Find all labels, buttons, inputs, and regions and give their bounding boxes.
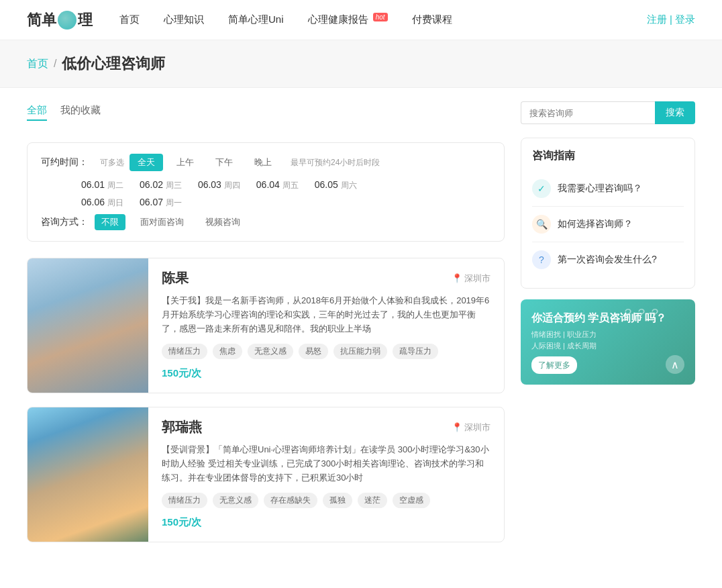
consultant-photo-0 (28, 258, 148, 393)
date-0601[interactable]: 06.01 周二 (81, 179, 123, 191)
consultant-tag-1-1: 无意义感 (213, 493, 258, 508)
time-tag-evening[interactable]: 晚上 (246, 154, 280, 171)
consultant-tag-0-3: 易怒 (299, 344, 328, 359)
consultant-location-0: 📍 深圳市 (452, 273, 491, 285)
consultant-header-0: 陈果 📍 深圳市 (162, 269, 491, 287)
time-tag-morning[interactable]: 上午 (168, 154, 202, 171)
guide-item-1[interactable]: 🔍 如何选择咨询师？ (532, 207, 684, 242)
logo-text-right: 理 (78, 10, 93, 30)
consultant-card-1[interactable]: 郭瑞燕 📍 深圳市 【受训背景】「简单心理Uni·心理咨询师培养计划」在读学员 … (27, 407, 505, 542)
time-filter-label: 可约时间： (41, 156, 88, 168)
breadcrumb: 首页 / 低价心理咨询师 (27, 54, 695, 74)
right-sidebar: 搜索 咨询指南 ✓ 我需要心理咨询吗？ 🔍 如何选择咨询师？ ? 第一次咨询会发… (521, 101, 695, 556)
dates-container: 06.01 周二 06.02 周三 06.03 周四 06.04 周五 (81, 179, 491, 209)
breadcrumb-current: 低价心理咨询师 (62, 54, 165, 74)
tabs: 全部 我的收藏 (27, 101, 101, 121)
date-0603[interactable]: 06.03 周四 (198, 179, 240, 191)
question-marks-decoration: ？？？ (621, 305, 662, 323)
consultant-name-1: 郭瑞燕 (162, 418, 202, 436)
consultant-tags-1: 情绪压力 无意义感 存在感缺失 孤独 迷茫 空虚感 (162, 493, 491, 508)
guide-label-0: 我需要心理咨询吗？ (558, 183, 642, 195)
consultant-location-1: 📍 深圳市 (452, 422, 491, 434)
consultant-header-1: 郭瑞燕 📍 深圳市 (162, 418, 491, 436)
guide-icon-0: ✓ (532, 179, 551, 198)
consultant-info-1: 郭瑞燕 📍 深圳市 【受训背景】「简单心理Uni·心理咨询师培养计划」在读学员 … (148, 407, 504, 542)
tab-favorites[interactable]: 我的收藏 (60, 101, 101, 121)
nav-links: 首页 心理知识 简单心理Uni 心理健康报告 hot 付费课程 (119, 13, 647, 26)
location-pin-icon-1: 📍 (452, 422, 462, 432)
nav-link-home[interactable]: 首页 (119, 13, 140, 26)
search-input[interactable] (521, 101, 655, 124)
consultant-tag-0-0: 情绪压力 (162, 344, 207, 359)
consultant-desc-0: 【关于我】我是一名新手咨询师，从2018年6月开始做个人体验和自我成长，2019… (162, 294, 491, 336)
consultant-price-1: 150元/次 (162, 516, 491, 529)
location-pin-icon-0: 📍 (452, 273, 462, 283)
guide-label-1: 如何选择咨询师？ (558, 218, 633, 230)
earliest-hint: 最早可预约24小时后时段 (291, 157, 380, 168)
promo-subtitle-2: 人际困境 | 成长周期 (531, 340, 666, 352)
consultant-tag-0-2: 无意义感 (248, 344, 293, 359)
logo-icon (58, 11, 76, 30)
promo-subtitle-1: 情绪困扰 | 职业压力 (531, 329, 666, 340)
method-filter-row: 咨询方式： 不限 面对面咨询 视频咨询 (41, 214, 491, 230)
guide-title: 咨询指南 (532, 149, 684, 163)
left-content: 全部 我的收藏 可约时间： 可多选 全天 上午 下午 晚上 最早可预约24小时后… (27, 101, 505, 556)
consultant-info-0: 陈果 📍 深圳市 【关于我】我是一名新手咨询师，从2018年6月开始做个人体验和… (148, 258, 504, 393)
nav-link-report[interactable]: 心理健康报告 hot (308, 13, 388, 26)
scroll-up-button[interactable]: ∧ (666, 355, 684, 374)
promo-learn-more[interactable]: 了解更多 (531, 356, 577, 374)
consultant-tags-0: 情绪压力 焦虑 无意义感 易怒 抗压能力弱 疏导压力 (162, 344, 491, 359)
time-tag-full-day[interactable]: 全天 (130, 154, 163, 171)
consultant-desc-1: 【受训背景】「简单心理Uni·心理咨询师培养计划」在读学员 300小时理论学习&… (162, 443, 491, 485)
navbar: 简单 理 首页 心理知识 简单心理Uni 心理健康报告 hot 付费课程 注册 … (0, 0, 722, 40)
guide-label-2: 第一次咨询会发生什么? (558, 254, 657, 266)
consultant-photo-1 (28, 407, 148, 542)
time-tags: 全天 上午 下午 晚上 (130, 154, 280, 171)
date-0605[interactable]: 06.05 周六 (315, 179, 357, 191)
consultant-tag-1-0: 情绪压力 (162, 493, 207, 508)
guide-box: 咨询指南 ✓ 我需要心理咨询吗？ 🔍 如何选择咨询师？ ? 第一次咨询会发生什么… (521, 138, 695, 289)
guide-icon-1: 🔍 (532, 215, 551, 234)
hot-badge: hot (373, 13, 388, 21)
consultant-tag-0-5: 疏导压力 (393, 344, 438, 359)
logo[interactable]: 简单 理 (27, 10, 93, 30)
method-tag-face[interactable]: 面对面咨询 (134, 214, 191, 230)
dates-line-2: 06.06 周日 06.07 周一 (81, 197, 491, 209)
method-filter-label: 咨询方式： (41, 216, 88, 228)
dates-line-1: 06.01 周二 06.02 周三 06.03 周四 06.04 周五 (81, 179, 491, 191)
consultant-tag-0-4: 抗压能力弱 (333, 344, 387, 359)
auth-link[interactable]: 注册 | 登录 (647, 13, 695, 26)
main-container: 全部 我的收藏 可约时间： 可多选 全天 上午 下午 晚上 最早可预约24小时后… (0, 88, 722, 569)
consultant-tag-1-5: 空虚感 (393, 493, 430, 508)
date-0607[interactable]: 06.07 周一 (140, 197, 182, 209)
breadcrumb-bar: 首页 / 低价心理咨询师 (0, 40, 722, 88)
filter-box: 可约时间： 可多选 全天 上午 下午 晚上 最早可预约24小时后时段 06.01… (27, 142, 505, 242)
guide-icon-2: ? (532, 250, 551, 269)
time-tag-afternoon[interactable]: 下午 (207, 154, 241, 171)
guide-item-0[interactable]: ✓ 我需要心理咨询吗？ (532, 171, 684, 207)
consultant-tag-1-4: 迷茫 (358, 493, 387, 508)
breadcrumb-separator: / (54, 58, 56, 70)
consultant-tag-1-2: 存在感缺失 (264, 493, 317, 508)
time-filter-row: 可约时间： 可多选 全天 上午 下午 晚上 最早可预约24小时后时段 (41, 154, 491, 171)
method-tags: 不限 面对面咨询 视频咨询 (95, 214, 247, 230)
promo-banner[interactable]: 你适合预约 学员咨询师 吗？ 情绪困扰 | 职业压力 人际困境 | 成长周期 了… (521, 299, 695, 385)
consultant-price-0: 150元/次 (162, 367, 491, 380)
nav-link-knowledge[interactable]: 心理知识 (164, 13, 204, 26)
method-tag-video[interactable]: 视频咨询 (199, 214, 247, 230)
search-box: 搜索 (521, 101, 695, 124)
time-filter-hint: 可多选 (100, 157, 124, 168)
guide-item-2[interactable]: ? 第一次咨询会发生什么? (532, 242, 684, 277)
date-0606[interactable]: 06.06 周日 (81, 197, 123, 209)
method-tag-unlimited[interactable]: 不限 (95, 214, 125, 230)
consultant-tag-1-3: 孤独 (323, 493, 352, 508)
logo-text-left: 简单 (27, 10, 56, 30)
tab-all[interactable]: 全部 (27, 101, 47, 121)
nav-link-uni[interactable]: 简单心理Uni (228, 13, 284, 26)
search-button[interactable]: 搜索 (655, 101, 695, 124)
date-0602[interactable]: 06.02 周三 (140, 179, 182, 191)
date-0604[interactable]: 06.04 周五 (256, 179, 299, 191)
consultant-card-0[interactable]: 陈果 📍 深圳市 【关于我】我是一名新手咨询师，从2018年6月开始做个人体验和… (27, 258, 505, 393)
breadcrumb-home[interactable]: 首页 (27, 57, 48, 71)
nav-link-courses[interactable]: 付费课程 (412, 13, 452, 26)
